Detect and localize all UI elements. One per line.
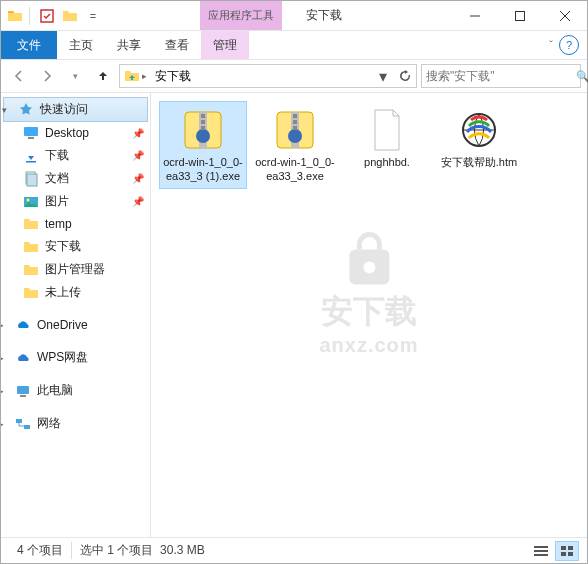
contextual-tab-header: 应用程序工具: [200, 1, 282, 30]
tab-manage[interactable]: 管理: [201, 31, 249, 59]
sidebar-item-temp[interactable]: temp: [1, 213, 150, 235]
sidebar-item-label: WPS网盘: [37, 349, 88, 366]
explorer-body: ▾ 快速访问 Desktop 📌 下载 📌 文档 📌 图片: [1, 93, 587, 537]
file-grid: ocrd-win-1_0_0-ea33_3 (1).exeocrd-win-1_…: [159, 101, 579, 189]
chevron-right-icon: ▸: [1, 386, 9, 396]
nav-history-dropdown[interactable]: ▾: [63, 64, 87, 88]
documents-icon: [23, 171, 39, 187]
tab-share[interactable]: 共享: [105, 31, 153, 59]
svg-rect-28: [293, 120, 297, 124]
status-bar: 4 个项目 选中 1 个项目 30.3 MB: [1, 537, 587, 563]
qat-folder-icon[interactable]: [62, 8, 78, 24]
sidebar-item-label: 网络: [37, 415, 61, 432]
refresh-button[interactable]: [394, 65, 416, 87]
svg-rect-23: [201, 126, 205, 130]
sidebar-wps[interactable]: ▸ WPS网盘: [1, 346, 150, 369]
breadcrumb-root[interactable]: ▸: [120, 65, 151, 87]
app-folder-icon: [7, 8, 23, 24]
watermark: 安下载 anxz.com: [319, 229, 418, 356]
nav-forward-button[interactable]: [35, 64, 59, 88]
tab-view[interactable]: 查看: [153, 31, 201, 59]
ribbon-expand-icon[interactable]: ˇ: [549, 39, 553, 51]
explorer-window: = 应用程序工具 安下载 文件 主页 共享 查看 管理 ˇ ? ▾: [0, 0, 588, 564]
folder-icon: [23, 216, 39, 232]
folder-icon: [23, 239, 39, 255]
download-icon: [23, 148, 39, 164]
svg-rect-29: [293, 126, 297, 130]
breadcrumb-current[interactable]: 安下载: [151, 65, 195, 87]
svg-rect-27: [293, 114, 297, 118]
qat-overflow-button[interactable]: =: [82, 5, 104, 27]
svg-rect-14: [16, 419, 22, 423]
sidebar-item-label: OneDrive: [37, 318, 88, 332]
sidebar-item-picmgr[interactable]: 图片管理器: [1, 258, 150, 281]
sidebar-item-label: 图片: [45, 193, 69, 210]
pin-icon: 📌: [132, 128, 144, 139]
sidebar-item-label: 未上传: [45, 284, 81, 301]
svg-rect-2: [515, 11, 524, 20]
sidebar-quick-access[interactable]: ▾ 快速访问: [3, 97, 148, 122]
pin-icon: 📌: [132, 173, 144, 184]
view-details-button[interactable]: [529, 541, 553, 561]
sidebar-item-label: 下载: [45, 147, 69, 164]
help-button[interactable]: ?: [559, 35, 579, 55]
search-box[interactable]: 🔍: [421, 64, 581, 88]
svg-rect-9: [27, 174, 37, 186]
nav-back-button[interactable]: [7, 64, 31, 88]
ribbon-tabs: 文件 主页 共享 查看 管理 ˇ ?: [1, 31, 587, 59]
chevron-down-icon: ▾: [2, 105, 12, 115]
qat-properties-button[interactable]: [36, 5, 58, 27]
folder-icon: [23, 285, 39, 301]
file-type-icon: [179, 106, 227, 154]
chevron-right-icon: ▸: [1, 320, 9, 330]
pin-icon: 📌: [132, 196, 144, 207]
sidebar-item-pictures[interactable]: 图片 📌: [1, 190, 150, 213]
status-item-count: 4 个项目: [9, 542, 72, 559]
sidebar-item-label: 图片管理器: [45, 261, 105, 278]
file-label: 安下载帮助.htm: [441, 156, 517, 170]
wps-icon: [15, 350, 31, 366]
sidebar-item-documents[interactable]: 文档 📌: [1, 167, 150, 190]
svg-point-20: [196, 129, 210, 143]
sidebar-item-desktop[interactable]: Desktop 📌: [1, 122, 150, 144]
star-icon: [18, 102, 34, 118]
sidebar-item-downloads[interactable]: 下载 📌: [1, 144, 150, 167]
search-input[interactable]: [426, 69, 576, 83]
svg-rect-12: [17, 386, 29, 394]
sidebar-item-label: 安下载: [45, 238, 81, 255]
view-icons-button[interactable]: [555, 541, 579, 561]
sidebar-network[interactable]: ▸ 网络: [1, 412, 150, 435]
minimize-button[interactable]: [452, 1, 497, 30]
sidebar-item-anxz[interactable]: 安下载: [1, 235, 150, 258]
address-bar[interactable]: ▸ 安下载 ▾: [119, 64, 417, 88]
status-selection: 选中 1 个项目 30.3 MB: [72, 542, 213, 559]
file-item[interactable]: pnghhbd.: [343, 101, 431, 189]
file-view[interactable]: 安下载 anxz.com ocrd-win-1_0_0-ea33_3 (1).e…: [151, 93, 587, 537]
context-tool-label: 应用程序工具: [208, 8, 274, 23]
svg-rect-13: [20, 395, 26, 397]
address-dropdown-button[interactable]: ▾: [372, 65, 394, 87]
svg-rect-21: [201, 114, 205, 118]
svg-rect-33: [534, 554, 548, 556]
tab-file[interactable]: 文件: [1, 31, 57, 59]
file-label: ocrd-win-1_0_0-ea33_3 (1).exe: [162, 156, 244, 184]
chevron-right-icon: ▸: [1, 419, 9, 429]
sidebar-this-pc[interactable]: ▸ 此电脑: [1, 379, 150, 402]
sidebar-item-notuploaded[interactable]: 未上传: [1, 281, 150, 304]
pin-icon: 📌: [132, 150, 144, 161]
svg-rect-37: [568, 552, 573, 556]
window-title: 安下载: [286, 1, 362, 30]
file-item[interactable]: ocrd-win-1_0_0-ea33_3.exe: [251, 101, 339, 189]
close-button[interactable]: [542, 1, 587, 30]
sidebar-onedrive[interactable]: ▸ OneDrive: [1, 314, 150, 336]
maximize-button[interactable]: [497, 1, 542, 30]
pictures-icon: [23, 194, 39, 210]
quick-access-toolbar: =: [1, 1, 110, 30]
svg-rect-6: [28, 137, 34, 139]
network-icon: [15, 416, 31, 432]
tab-home[interactable]: 主页: [57, 31, 105, 59]
file-item[interactable]: ocrd-win-1_0_0-ea33_3 (1).exe: [159, 101, 247, 189]
file-item[interactable]: 安下载帮助.htm: [435, 101, 523, 189]
breadcrumb-label: 安下载: [155, 68, 191, 85]
nav-up-button[interactable]: [91, 64, 115, 88]
